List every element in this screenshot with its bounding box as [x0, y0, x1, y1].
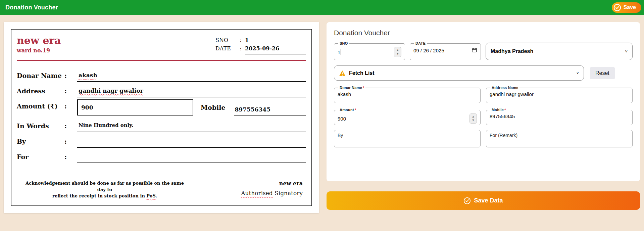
form-title: Donation Voucher — [334, 29, 633, 37]
voucher-divider-rule — [17, 60, 306, 61]
amount-field[interactable]: Amount* 900 ▲▼ — [334, 108, 481, 125]
reset-button[interactable]: Reset — [590, 67, 615, 79]
voucher-fields: Donar Name : akash Address : gandhi nagr… — [17, 66, 306, 163]
for-remark-field-placeholder: For (Remark) — [490, 133, 517, 138]
sno-input[interactable]: SNO 1 ▲▼ — [334, 41, 405, 60]
date-input-label: DATE — [414, 41, 427, 45]
by-label: By — [17, 138, 64, 148]
authorised-signatory-label: Authorised Signatory — [241, 190, 303, 196]
form-fields-grid: Donar Name* akash Address Name gandhi na… — [334, 86, 633, 147]
voucher-border: new era ward no.19 SNO : 1 DATE : 2025-0… — [11, 29, 312, 206]
voucher-amount-row: Amount (₹) : 900 Mobile 897556345 — [17, 99, 306, 116]
chevron-down-icon: ˅ — [576, 71, 579, 76]
donar-name-field-value: akash — [338, 90, 477, 98]
in-words-value: Nine Hundred only. — [77, 122, 306, 132]
amount-field-value: 900 — [338, 116, 346, 122]
form-row-1: SNO 1 ▲▼ DATE 09 / 26 / 2025 — [334, 41, 633, 60]
acknowledgement-note: Acknowledgement should be done as far as… — [24, 180, 185, 199]
voucher-header: new era ward no.19 SNO : 1 DATE : 2025-0… — [17, 35, 306, 56]
number-stepper[interactable]: ▲▼ — [469, 113, 477, 124]
form-row-2: Fetch List ˅ Reset — [334, 65, 633, 81]
mobile-field-value: 897556345 — [490, 112, 629, 120]
check-circle-icon — [463, 197, 471, 204]
voucher-sno-label: SNO — [215, 37, 236, 43]
required-asterisk: * — [363, 86, 364, 90]
voucher-sno-row: SNO : 1 — [215, 37, 306, 43]
colon: : — [236, 45, 245, 54]
donar-name-field-label: Donar Name — [340, 86, 362, 90]
mobile-label: Mobile — [201, 104, 226, 111]
voucher-mobile-group: Mobile 897556345 — [193, 99, 306, 116]
donar-name-value: akash — [77, 72, 306, 82]
voucher-by-row: By : — [17, 132, 306, 148]
mobile-field-label: Mobile — [492, 108, 504, 112]
voucher-meta: SNO : 1 DATE : 2025-09-26 — [215, 37, 306, 56]
date-input-value: 09 / 26 / 2025 — [413, 48, 444, 53]
colon: : — [64, 102, 77, 112]
check-circle-icon — [613, 4, 621, 11]
address-name-field-label: Address Name — [490, 86, 519, 90]
amount-label: Amount (₹) — [17, 102, 64, 112]
save-button-label: Save — [624, 4, 636, 10]
warning-icon — [339, 70, 346, 76]
voucher-org-name: new era — [17, 35, 61, 46]
save-button[interactable]: Save — [612, 2, 641, 13]
sno-input-label: SNO — [338, 41, 349, 45]
fetch-list-value: Fetch List — [349, 70, 375, 76]
by-field[interactable]: By — [334, 130, 481, 147]
voucher-address-row: Address : gandhi nagr gwalior — [17, 82, 306, 97]
voucher-date-label: DATE — [215, 45, 236, 54]
in-words-label: In Words — [17, 122, 64, 132]
address-name-field[interactable]: Address Name gandhi nagr gwalior — [486, 86, 633, 103]
colon: : — [64, 153, 77, 163]
colon: : — [64, 138, 77, 148]
calendar-icon[interactable] — [472, 47, 477, 54]
save-data-button-label: Save Data — [474, 197, 503, 204]
colon: : — [236, 37, 245, 43]
save-data-button[interactable]: Save Data — [327, 191, 640, 210]
for-remark-field[interactable]: For (Remark) — [486, 130, 633, 147]
voucher-date-value: 2025-09-26 — [245, 45, 306, 54]
sno-input-value: 1 — [338, 49, 340, 55]
voucher-sno-value: 1 — [245, 37, 306, 43]
voucher-donar-row: Donar Name : akash — [17, 66, 306, 82]
mobile-field[interactable]: Mobile* 897556345 — [486, 108, 633, 125]
address-name-field-value: gandhi nagr gwalior — [490, 90, 629, 98]
colon: : — [64, 87, 77, 97]
voucher-footer: Acknowledgement should be done as far as… — [17, 180, 306, 199]
voucher-preview: new era ward no.19 SNO : 1 DATE : 2025-0… — [4, 22, 319, 213]
chevron-down-icon: ˅ — [625, 49, 628, 54]
by-value — [77, 138, 306, 148]
number-stepper[interactable]: ▲▼ — [394, 47, 401, 57]
voucher-org-subtitle: ward no.19 — [17, 47, 61, 54]
donar-name-label: Donar Name — [17, 72, 64, 82]
page: Donation Voucher Save new era ward no.19 — [0, 0, 644, 231]
signature-org-name: new era — [241, 180, 303, 187]
fetch-list-select[interactable]: Fetch List ˅ — [334, 65, 584, 81]
colon: : — [64, 122, 77, 132]
signature-block: new era Authorised Signatory — [241, 180, 303, 196]
date-input[interactable]: DATE 09 / 26 / 2025 — [410, 41, 481, 60]
amount-value-box: 900 — [77, 99, 193, 116]
address-value: gandhi nagr gwalior — [77, 87, 306, 97]
voucher-for-row: For : — [17, 148, 306, 163]
required-asterisk: * — [355, 108, 356, 112]
voucher-inwords-row: In Words : Nine Hundred only. — [17, 117, 306, 132]
for-value — [77, 153, 306, 163]
by-field-placeholder: By — [338, 133, 343, 138]
colon: : — [64, 72, 77, 82]
for-label: For — [17, 153, 64, 163]
address-label: Address — [17, 87, 64, 97]
app-title: Donation Voucher — [5, 4, 58, 11]
app-header: Donation Voucher Save — [0, 0, 644, 15]
state-select-value: Madhya Pradesh — [491, 48, 533, 54]
state-select[interactable]: Madhya Pradesh ˅ — [486, 43, 633, 60]
voucher-date-row: DATE : 2025-09-26 — [215, 45, 306, 54]
text-caret — [341, 49, 341, 55]
amount-field-label: Amount — [340, 108, 354, 112]
mobile-value: 897556345 — [234, 106, 306, 116]
required-asterisk: * — [504, 108, 506, 112]
donar-name-field[interactable]: Donar Name* akash — [334, 86, 481, 103]
donation-form-card: Donation Voucher SNO 1 ▲▼ DATE 09 / 26 /… — [327, 22, 640, 181]
